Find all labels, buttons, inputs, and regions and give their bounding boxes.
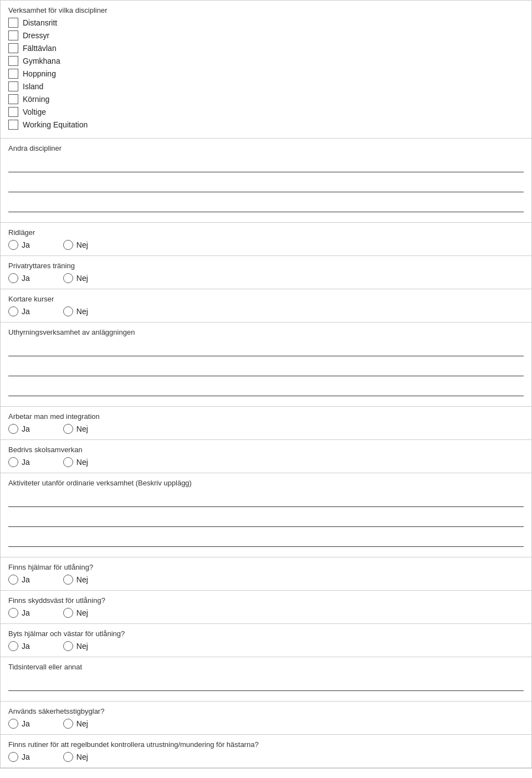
- skyddsvast-nej[interactable]: Nej: [63, 608, 88, 618]
- privatryttares-nej[interactable]: Nej: [63, 273, 88, 283]
- skyddsvast-nej-label: Nej: [76, 608, 88, 617]
- checkbox-box-working-equitation[interactable]: [8, 120, 18, 130]
- checkbox-box-dressyr[interactable]: [8, 30, 18, 40]
- uthyrning-line-3[interactable]: [8, 381, 524, 396]
- privatryttares-ja-circle[interactable]: [8, 273, 18, 283]
- aktiviteter-lines: [8, 492, 524, 547]
- kortare-kurser-ja-circle[interactable]: [8, 306, 18, 316]
- checkbox-voltige[interactable]: Voltige: [8, 107, 524, 117]
- other-disciplines-line-3[interactable]: [8, 197, 524, 212]
- skolsamverkan-nej-circle[interactable]: [63, 457, 73, 467]
- kortare-kurser-section: Kortare kurser Ja Nej: [1, 289, 531, 323]
- rutiner-nej-circle[interactable]: [63, 752, 73, 762]
- disciplines-label: Verksamhet för vilka discipliner: [8, 6, 524, 14]
- checkbox-box-island[interactable]: [8, 81, 18, 91]
- sakerhetsstigbyglar-nej-circle[interactable]: [63, 719, 73, 729]
- ridlager-nej-label: Nej: [76, 240, 88, 249]
- ridlager-nej[interactable]: Nej: [63, 240, 88, 250]
- checkbox-distansritt[interactable]: Distansritt: [8, 18, 524, 28]
- rutiner-ja[interactable]: Ja: [8, 752, 30, 762]
- privatryttares-nej-label: Nej: [76, 274, 88, 283]
- rutiner-radio-row: Ja Nej: [8, 752, 524, 762]
- kortare-kurser-nej-circle[interactable]: [63, 306, 73, 316]
- kortare-kurser-label: Kortare kurser: [8, 295, 524, 303]
- kortare-kurser-nej[interactable]: Nej: [63, 306, 88, 316]
- checkbox-box-distansritt[interactable]: [8, 18, 18, 28]
- label-voltige: Voltige: [23, 108, 46, 116]
- tidsintervall-section: Tidsintervall eller annat: [1, 657, 531, 702]
- byts-hjalmar-nej-circle[interactable]: [63, 641, 73, 651]
- checkbox-box-hoppning[interactable]: [8, 69, 18, 79]
- checkbox-dressyr[interactable]: Dressyr: [8, 30, 524, 40]
- skolsamverkan-ja-circle[interactable]: [8, 457, 18, 467]
- sakerhetsstigbyglar-ja[interactable]: Ja: [8, 719, 30, 729]
- checkbox-box-falttavlan[interactable]: [8, 43, 18, 53]
- checkbox-gymkhana[interactable]: Gymkhana: [8, 56, 524, 66]
- uthyrning-line-2[interactable]: [8, 361, 524, 376]
- ridlager-ja[interactable]: Ja: [8, 240, 30, 250]
- privatryttares-radio-row: Ja Nej: [8, 273, 524, 283]
- checkbox-box-gymkhana[interactable]: [8, 56, 18, 66]
- skyddsvast-ja-circle[interactable]: [8, 608, 18, 618]
- kortare-kurser-ja[interactable]: Ja: [8, 306, 30, 316]
- sakerhetsstigbyglar-nej[interactable]: Nej: [63, 719, 88, 729]
- integration-nej[interactable]: Nej: [63, 424, 88, 434]
- kortare-kurser-ja-label: Ja: [22, 307, 30, 316]
- privatryttares-label: Privatryttares träning: [8, 262, 524, 270]
- skyddsvast-section: Finns skyddsväst för utlåning? Ja Nej: [1, 591, 531, 624]
- other-disciplines-line-1[interactable]: [8, 157, 524, 172]
- checkbox-hoppning[interactable]: Hoppning: [8, 69, 524, 79]
- checkbox-island[interactable]: Island: [8, 81, 524, 91]
- rutiner-nej[interactable]: Nej: [63, 752, 88, 762]
- skolsamverkan-radio-row: Ja Nej: [8, 457, 524, 467]
- ridlager-nej-circle[interactable]: [63, 240, 73, 250]
- aktiviteter-line-2[interactable]: [8, 511, 524, 527]
- skyddsvast-ja[interactable]: Ja: [8, 608, 30, 618]
- checkbox-box-voltige[interactable]: [8, 107, 18, 117]
- integration-nej-circle[interactable]: [63, 424, 73, 434]
- hjalmar-ja[interactable]: Ja: [8, 575, 30, 585]
- sakerhetsstigbyglar-ja-label: Ja: [22, 719, 30, 728]
- rutiner-ja-circle[interactable]: [8, 752, 18, 762]
- hjalmar-label: Finns hjälmar för utlåning?: [8, 563, 524, 571]
- integration-label: Arbetar man med integration: [8, 412, 524, 421]
- skolsamverkan-section: Bedrivs skolsamverkan Ja Nej: [1, 440, 531, 473]
- ridlager-ja-circle[interactable]: [8, 240, 18, 250]
- tidsintervall-line-1[interactable]: [8, 675, 524, 691]
- hjalmar-section: Finns hjälmar för utlåning? Ja Nej: [1, 557, 531, 591]
- checkbox-box-korning[interactable]: [8, 94, 18, 104]
- checkbox-falttavlan[interactable]: Fälttävlan: [8, 43, 524, 53]
- label-working-equitation: Working Equitation: [23, 120, 88, 129]
- ridlager-radio-row: Ja Nej: [8, 240, 524, 250]
- integration-ja[interactable]: Ja: [8, 424, 30, 434]
- skyddsvast-ja-label: Ja: [22, 608, 30, 617]
- skolsamverkan-nej[interactable]: Nej: [63, 457, 88, 467]
- label-dressyr: Dressyr: [23, 31, 49, 40]
- rutiner-label: Finns rutiner för att regelbundet kontro…: [8, 740, 524, 749]
- aktiviteter-line-1[interactable]: [8, 492, 524, 507]
- label-gymkhana: Gymkhana: [23, 57, 60, 65]
- label-falttavlan: Fälttävlan: [23, 44, 57, 53]
- integration-ja-circle[interactable]: [8, 424, 18, 434]
- byts-hjalmar-ja[interactable]: Ja: [8, 641, 30, 651]
- other-disciplines-lines: [8, 157, 524, 212]
- hjalmar-ja-circle[interactable]: [8, 575, 18, 585]
- other-disciplines-line-2[interactable]: [8, 177, 524, 192]
- hjalmar-nej-circle[interactable]: [63, 575, 73, 585]
- sakerhetsstigbyglar-ja-circle[interactable]: [8, 719, 18, 729]
- checkbox-working-equitation[interactable]: Working Equitation: [8, 120, 524, 130]
- checkbox-korning[interactable]: Körning: [8, 94, 524, 104]
- byts-hjalmar-ja-circle[interactable]: [8, 641, 18, 651]
- uthyrning-line-1[interactable]: [8, 341, 524, 356]
- label-hoppning: Hoppning: [23, 69, 56, 78]
- integration-radio-row: Ja Nej: [8, 424, 524, 434]
- skolsamverkan-ja[interactable]: Ja: [8, 457, 30, 467]
- skyddsvast-nej-circle[interactable]: [63, 608, 73, 618]
- aktiviteter-line-3[interactable]: [8, 531, 524, 547]
- integration-section: Arbetar man med integration Ja Nej: [1, 407, 531, 440]
- aktiviteter-section: Aktiviteter utanför ordinarie verksamhet…: [1, 473, 531, 557]
- privatryttares-nej-circle[interactable]: [63, 273, 73, 283]
- hjalmar-nej[interactable]: Nej: [63, 575, 88, 585]
- byts-hjalmar-nej[interactable]: Nej: [63, 641, 88, 651]
- privatryttares-ja[interactable]: Ja: [8, 273, 30, 283]
